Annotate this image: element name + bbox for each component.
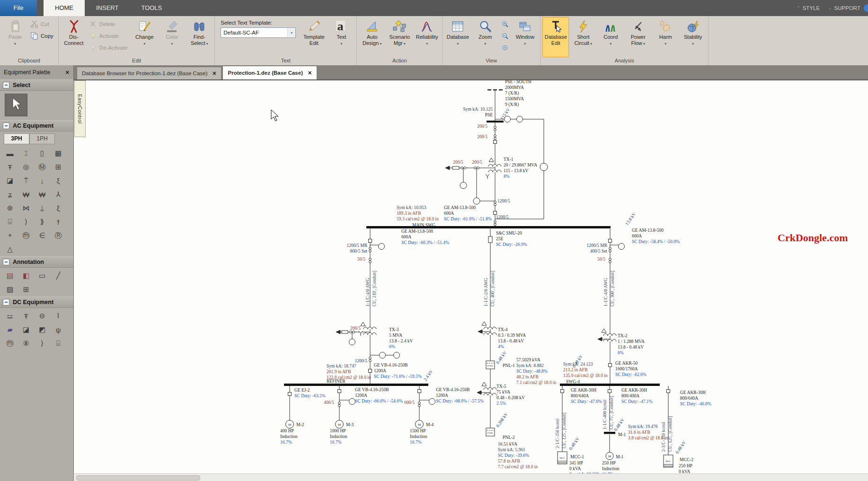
ground-icon[interactable]: ↓ — [36, 175, 48, 186]
palette-section-ac-equipment[interactable]: AC Equipment — [0, 120, 73, 131]
coil-icon[interactable]: ξ — [52, 203, 64, 213]
inverter-icon[interactable]: ◪ — [20, 324, 32, 335]
help-icon[interactable] — [864, 4, 868, 12]
text-template-select[interactable]: Default-SC-AF▾ — [221, 27, 296, 38]
transformer-zigzag-icon[interactable]: ₩ — [36, 189, 48, 200]
dc-generator-icon[interactable]: ⑧ — [20, 338, 32, 349]
transformer-2w-icon[interactable]: ⊞ — [52, 162, 64, 172]
database-edit-button[interactable]: DatabaseEdit — [542, 17, 569, 57]
busway-icon[interactable]: ⌶ — [20, 148, 32, 158]
contactor-icon[interactable]: ∈ — [36, 230, 48, 241]
paste-button[interactable]: Paste▾ — [2, 17, 28, 57]
template-edit-button[interactable]: TemplateEdit — [301, 17, 327, 57]
zoom-button[interactable]: Zoom▾ — [472, 17, 498, 57]
tab-file[interactable]: File — [0, 0, 37, 16]
chevron-down-icon[interactable]: ▾ — [287, 28, 295, 37]
coord-button[interactable]: Coord▾ — [597, 17, 624, 57]
dc-breaker-icon[interactable]: ⟩ — [36, 338, 48, 349]
breaker-open-icon[interactable]: ⟩ — [20, 217, 32, 227]
palette-section-dc-equipment[interactable]: DC Equipment — [0, 297, 73, 308]
tab-close-icon[interactable]: ✕ — [308, 70, 312, 76]
dc-utility-icon[interactable]: Ŧ — [20, 311, 32, 321]
inductor-icon[interactable]: ξ — [52, 175, 64, 186]
switch-icon[interactable]: ⅄ — [52, 189, 64, 200]
scenario-mgr-button[interactable]: ScenarioMgr ▾ — [386, 17, 413, 57]
panel-icon[interactable]: ▯ — [36, 148, 48, 158]
dc-fuse-icon[interactable]: ⌻ — [52, 338, 64, 349]
text-box-icon[interactable]: ▤ — [4, 271, 16, 281]
diagram-canvas[interactable] — [74, 79, 868, 481]
collapse-icon[interactable] — [3, 299, 9, 306]
converter-icon[interactable]: ◩ — [36, 324, 48, 335]
dis-connect-button[interactable]: Dis-Connect — [61, 17, 87, 57]
delta-icon[interactable]: △ — [4, 244, 16, 254]
breaker-closed-icon[interactable]: ⟫ — [36, 217, 48, 227]
embed-object-icon[interactable]: ⊞ — [20, 284, 32, 295]
dc-bus-icon[interactable]: ⚍ — [4, 311, 16, 321]
bus-icon[interactable]: ▬ — [4, 148, 16, 158]
find-select-button[interactable]: Find-Select ▾ — [186, 17, 213, 57]
generator-icon[interactable]: ◎ — [20, 162, 32, 172]
color-button[interactable]: Color▾ — [159, 17, 185, 57]
collapse-icon[interactable] — [3, 82, 9, 88]
zoom-in-button[interactable] — [499, 18, 511, 30]
delete-button[interactable]: Delete — [88, 19, 130, 29]
motor-starter-icon[interactable]: ⓜ — [20, 230, 32, 241]
transformer-3w-icon[interactable]: ₩ — [20, 189, 32, 200]
harm-button[interactable]: Harm▾ — [652, 17, 679, 57]
utility-icon[interactable]: Ŧ — [4, 162, 16, 172]
zoom-fit-button[interactable] — [499, 42, 511, 53]
select-tool-button[interactable] — [5, 94, 27, 116]
window-button-style[interactable]: ⌃STYLE — [797, 5, 820, 11]
document-tab-protection-1-dez-base-case[interactable]: Protection-1.dez (Base Case)✕ — [222, 66, 317, 79]
dc-motor-icon[interactable]: ⓜ — [4, 338, 16, 349]
dc-capacitor-icon[interactable]: ψ — [52, 324, 64, 335]
fuse-icon[interactable]: ⌻ — [4, 217, 16, 227]
window-button-support[interactable]: ⌄SUPPORT — [828, 5, 860, 11]
battery-icon[interactable]: ⊖ — [36, 311, 48, 321]
horizontal-scrollbar-thumb[interactable] — [76, 475, 200, 481]
tab-tools[interactable]: TOOLS — [130, 0, 173, 16]
shunt-icon[interactable]: ʑ — [4, 189, 16, 200]
relay-icon[interactable]: Ⓡ — [52, 230, 64, 241]
stability-button[interactable]: Stability▾ — [680, 17, 706, 57]
tab-insert[interactable]: INSERT — [85, 0, 130, 16]
dc-load-icon[interactable]: ⌇ — [52, 311, 64, 321]
phase-tab-1ph[interactable]: 1PH — [29, 133, 55, 144]
image-icon[interactable]: ▨ — [4, 284, 16, 295]
collapse-icon[interactable] — [3, 122, 9, 129]
de-activate-button[interactable]: De-Activate — [88, 43, 130, 52]
activate-button[interactable]: Activate — [88, 31, 130, 41]
easycontrol-tab[interactable]: EasyControl — [74, 80, 86, 137]
phase-tab-3ph[interactable]: 3PH — [4, 133, 29, 144]
palette-close-icon[interactable]: ✕ — [65, 70, 70, 76]
zoom-out-button[interactable] — [499, 30, 511, 42]
palette-section-annotation[interactable]: Annotation — [0, 256, 73, 268]
callout-icon[interactable]: ◧ — [20, 271, 32, 281]
rotary-icon[interactable]: ⊛ — [4, 203, 16, 213]
motor-icon[interactable]: Ⓜ — [36, 162, 48, 172]
window-button[interactable]: Window▾ — [512, 17, 538, 57]
capacitor-icon[interactable]: ⍑ — [20, 175, 32, 186]
tie-icon[interactable]: ⚬ — [4, 230, 16, 241]
collapse-icon[interactable] — [3, 259, 9, 265]
capacitor-bank-icon[interactable]: ⍊ — [36, 203, 48, 213]
load-icon[interactable]: ◪ — [4, 175, 16, 186]
power-flow-button[interactable]: PowerFlow ▾ — [625, 17, 651, 57]
horizontal-scrollbar[interactable] — [74, 473, 868, 481]
mcc-icon[interactable]: ▦ — [52, 148, 64, 158]
palette-section-select[interactable]: Select — [0, 79, 73, 91]
tab-close-icon[interactable]: ✕ — [212, 70, 216, 77]
fused-switch-icon[interactable]: ϯ — [52, 217, 64, 227]
rectangle-icon[interactable]: ▭ — [36, 271, 48, 281]
database-button[interactable]: Database▾ — [444, 17, 471, 57]
copy-button[interactable]: Copy — [29, 31, 56, 41]
cut-button[interactable]: Cut — [29, 19, 56, 29]
short-circuit-button[interactable]: ShortCircuit ▾ — [570, 17, 596, 57]
solar-panel-icon[interactable]: ▰ — [4, 324, 16, 335]
tab-home[interactable]: HOME — [44, 0, 85, 16]
auto-design-button[interactable]: AutoDesign ▾ — [359, 17, 385, 57]
document-tab-database-browser-for-protectio[interactable]: Database Browser for Protection-1.dez (B… — [77, 67, 221, 79]
change-button[interactable]: Change▾ — [131, 17, 158, 57]
line-icon[interactable]: ╱ — [52, 271, 64, 281]
